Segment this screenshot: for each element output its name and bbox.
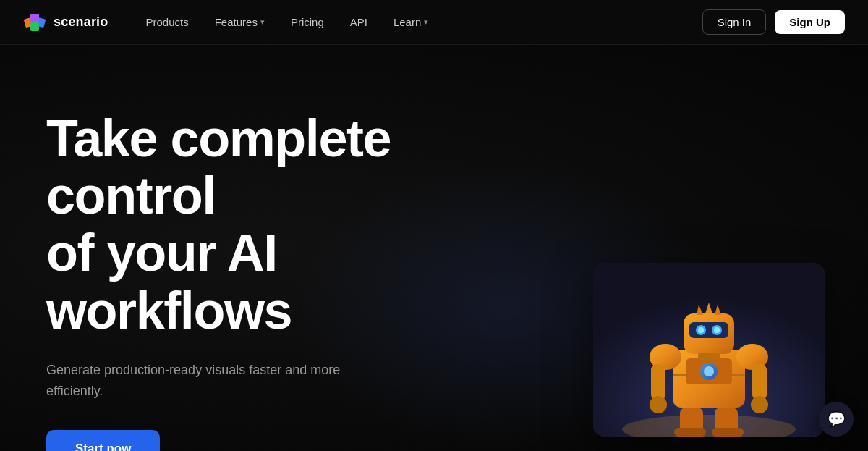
nav-item-learn[interactable]: Learn ▾ — [382, 10, 440, 34]
svg-point-25 — [714, 327, 720, 333]
svg-point-24 — [698, 327, 704, 333]
sign-in-button[interactable]: Sign In — [702, 9, 767, 35]
navbar: scenario Products Features ▾ Pricing API… — [0, 0, 868, 45]
chevron-down-icon-learn: ▾ — [424, 17, 428, 27]
robot-illustration — [593, 263, 825, 437]
svg-point-15 — [751, 396, 768, 413]
sign-up-button[interactable]: Sign Up — [775, 10, 845, 34]
svg-rect-19 — [712, 428, 744, 437]
hero-content: Take complete control of your AI workflo… — [46, 110, 451, 451]
svg-rect-29 — [698, 353, 720, 360]
svg-rect-3 — [30, 22, 39, 31]
nav-item-api[interactable]: API — [339, 10, 379, 34]
nav-item-features[interactable]: Features ▾ — [203, 10, 276, 34]
start-now-button[interactable]: Start now — [46, 430, 160, 451]
svg-point-9 — [704, 366, 714, 376]
chat-icon: 💬 — [827, 410, 846, 428]
chevron-down-icon: ▾ — [260, 17, 265, 27]
robot-card — [593, 263, 825, 437]
nav-item-pricing[interactable]: Pricing — [279, 10, 336, 34]
navbar-left: scenario Products Features ▾ Pricing API… — [23, 10, 440, 34]
svg-rect-21 — [689, 322, 728, 338]
hero-headline: Take complete control of your AI workflo… — [46, 110, 451, 340]
logo-icon — [23, 11, 46, 34]
nav-links: Products Features ▾ Pricing API Learn ▾ — [134, 10, 440, 34]
logo[interactable]: scenario — [23, 11, 108, 34]
chat-bubble[interactable]: 💬 — [819, 402, 854, 437]
svg-rect-13 — [752, 364, 767, 400]
svg-rect-2 — [30, 14, 39, 22]
svg-point-14 — [650, 396, 667, 413]
nav-item-products[interactable]: Products — [134, 10, 200, 34]
svg-rect-18 — [674, 428, 706, 437]
hero-subtitle: Generate production-ready visuals faster… — [46, 360, 350, 402]
brand-name: scenario — [54, 14, 108, 30]
hero-visual — [492, 219, 868, 451]
navbar-right: Sign In Sign Up — [702, 9, 845, 35]
hero-section: Take complete control of your AI workflo… — [0, 45, 868, 451]
svg-rect-12 — [651, 364, 665, 400]
